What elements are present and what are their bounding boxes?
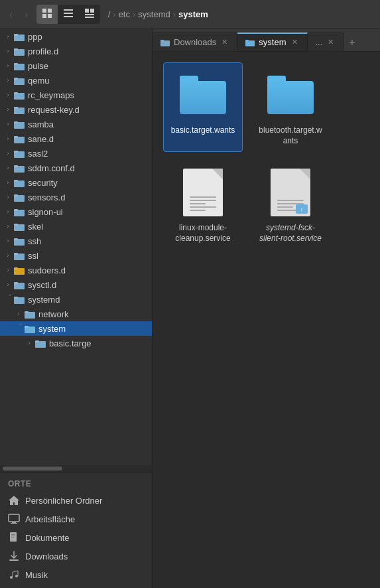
tree-item-rc-keymaps[interactable]: › rc_keymaps	[0, 88, 152, 102]
toggle-sysctl-d: ›	[3, 279, 13, 290]
svg-rect-68	[245, 40, 249, 42]
file-item-bluetooth-target-wants[interactable]: bluetooth.target.wants	[251, 62, 330, 152]
tree-item-basic-targe[interactable]: › basic.targe	[0, 336, 152, 350]
svg-rect-6	[64, 16, 73, 17]
file-item-basic-target-wants[interactable]: basic.target.wants	[163, 62, 243, 152]
tree-item-pulse[interactable]: › pulse	[0, 58, 152, 73]
breadcrumb-etc[interactable]: etc	[119, 9, 130, 19]
place-item-desktop[interactable]: Arbeitsfläche	[0, 510, 152, 528]
tab-extra[interactable]: ... ✕	[308, 33, 344, 51]
tree-item-systemd[interactable]: › systemd	[0, 292, 152, 307]
svg-rect-44	[14, 267, 18, 269]
forward-button[interactable]: ›	[21, 6, 32, 23]
tree-item-sensors-d[interactable]: › sensors.d	[0, 190, 152, 204]
tree-item-sudoers-d[interactable]: › sudoers.d	[0, 263, 152, 277]
tree-label-sudoers-d: sudoers.d	[28, 265, 66, 275]
toggle-ssh: ›	[3, 236, 13, 246]
toggle-skel: ›	[3, 221, 13, 232]
svg-rect-34	[14, 194, 18, 196]
tabs-bar: Downloads ✕ system ✕ ... ✕ +	[153, 29, 380, 52]
tab-downloads-label: Downloads	[174, 37, 216, 47]
breadcrumb-root[interactable]: /	[108, 9, 111, 19]
toggle-sasl2: ›	[3, 148, 13, 159]
grid-view-button[interactable]	[36, 5, 58, 24]
toggle-systemd: ›	[3, 294, 13, 305]
toggle-profile-d: ›	[3, 46, 13, 56]
folder-icon-basic-targe	[34, 338, 46, 348]
place-item-home[interactable]: Persönlicher Ordner	[0, 491, 152, 510]
toggle-sensors-d: ›	[3, 192, 13, 202]
tree-item-skel[interactable]: › skel	[0, 219, 152, 234]
file-item-systemd-fsck[interactable]: i systemd-fsck-silent-root.service	[251, 160, 330, 250]
tree-item-request-key-d[interactable]: › request-key.d	[0, 102, 152, 117]
svg-rect-26	[14, 136, 18, 138]
tree-label-ppp: ppp	[28, 32, 42, 42]
tab-downloads-close[interactable]: ✕	[220, 38, 229, 46]
toggle-pulse: ›	[3, 60, 13, 71]
breadcrumb-current[interactable]: system	[178, 9, 208, 19]
doc-icon-linux-module-cleanup	[176, 166, 229, 219]
tab-system[interactable]: system ✕	[237, 33, 307, 51]
tree-item-qemu[interactable]: › qemu	[0, 73, 152, 88]
tab-extra-close[interactable]: ✕	[326, 38, 335, 46]
svg-rect-57	[11, 523, 17, 524]
tree-item-ssh[interactable]: › ssh	[0, 234, 152, 248]
tree-label-sysctl-d: sysctl.d	[28, 280, 56, 290]
tree-label-sane-d: sane.d	[28, 134, 54, 144]
tree-item-profile-d[interactable]: › profile.d	[0, 44, 152, 58]
horizontal-scrollbar[interactable]	[0, 465, 152, 472]
svg-rect-5	[64, 13, 73, 14]
places-section: Orte Persönlicher Ordner Arbeit	[0, 472, 152, 588]
file-item-linux-module-cleanup[interactable]: linux-module-cleanup.service	[163, 160, 243, 250]
svg-rect-40	[14, 238, 18, 240]
folder-icon-signon-ui	[13, 207, 25, 216]
compact-view-button[interactable]	[79, 5, 100, 24]
place-item-downloads[interactable]: Downloads	[0, 547, 152, 565]
tree-item-signon-ui[interactable]: › signon-ui	[0, 204, 152, 219]
tree-item-sane-d[interactable]: › sane.d	[0, 131, 152, 146]
back-button[interactable]: ‹	[5, 6, 17, 23]
breadcrumb-systemd[interactable]: systemd	[138, 9, 170, 19]
breadcrumb: / › etc › systemd › system	[108, 9, 208, 19]
tree-label-basic-targe: basic.targe	[49, 338, 92, 348]
tree-item-sddm-conf-d[interactable]: › sddm.conf.d	[0, 161, 152, 175]
folder-icon-skel	[13, 222, 25, 231]
tab-system-close[interactable]: ✕	[290, 38, 299, 46]
toggle-system: ›	[13, 323, 24, 334]
place-item-music[interactable]: Musik	[0, 565, 152, 584]
music-icon	[8, 569, 20, 581]
tree-label-skel: skel	[28, 222, 43, 232]
tree-item-sysctl-d[interactable]: › sysctl.d	[0, 277, 152, 292]
svg-rect-54	[35, 340, 39, 342]
svg-rect-14	[14, 48, 18, 50]
svg-point-63	[10, 576, 13, 579]
tab-add-button[interactable]: +	[344, 34, 360, 51]
tree-item-ppp[interactable]: › ppp	[0, 29, 152, 44]
svg-rect-16	[14, 63, 18, 65]
tree-item-samba[interactable]: › samba	[0, 117, 152, 131]
tree-item-network[interactable]: › network	[0, 307, 152, 321]
svg-rect-24	[14, 121, 18, 123]
tree-label-sddm-conf-d: sddm.conf.d	[28, 163, 75, 173]
tree-item-security[interactable]: › security	[0, 175, 152, 190]
tree-label-ssl: ssl	[28, 251, 38, 261]
tab-downloads[interactable]: Downloads ✕	[153, 33, 237, 51]
svg-rect-1	[48, 9, 52, 13]
folder-icon-sysctl-d	[13, 280, 25, 289]
tree-item-ssl[interactable]: › ssl	[0, 248, 152, 263]
tree-item-system[interactable]: › system	[0, 321, 152, 336]
svg-rect-2	[42, 14, 46, 18]
toggle-signon-ui: ›	[3, 206, 13, 217]
folder-icon-sudoers-d	[13, 265, 25, 275]
list-view-button[interactable]	[58, 5, 79, 24]
svg-rect-32	[14, 180, 18, 182]
svg-rect-52	[25, 326, 29, 328]
svg-rect-18	[14, 78, 18, 80]
place-item-documents[interactable]: Dokumente	[0, 528, 152, 547]
folder-large-icon-basic-target-wants	[176, 68, 229, 121]
tree-item-sasl2[interactable]: › sasl2	[0, 146, 152, 161]
tree-label-ssh: ssh	[28, 236, 41, 246]
toggle-sddm-conf-d: ›	[3, 163, 13, 173]
tree-label-sensors-d: sensors.d	[28, 192, 65, 202]
toggle-qemu: ›	[3, 75, 13, 86]
